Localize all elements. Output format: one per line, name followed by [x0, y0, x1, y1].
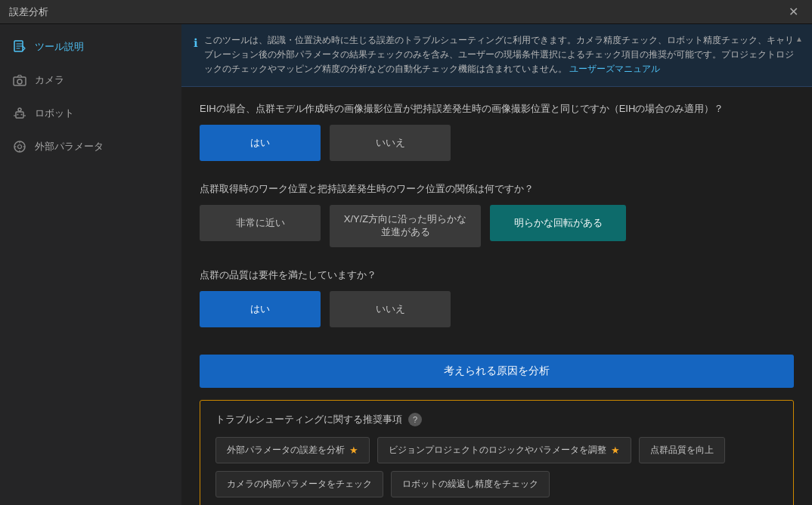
star-icon-1: ★ — [349, 445, 358, 456]
svg-point-2 — [17, 79, 22, 84]
svg-point-4 — [18, 108, 21, 111]
rec-point-quality-button[interactable]: 点群品質を向上 — [639, 437, 725, 463]
analyze-button[interactable]: 考えられる原因を分析 — [200, 355, 794, 388]
info-banner: ℹ このツールは、認識・位置決め時に生じる誤差のトラブルシューティングに利用でき… — [181, 24, 812, 87]
sidebar-label-camera: カメラ — [35, 73, 64, 87]
camera-icon — [12, 73, 27, 88]
info-icon: ℹ — [194, 34, 198, 52]
svg-point-6 — [17, 114, 19, 116]
sidebar-item-camera[interactable]: カメラ — [0, 64, 181, 97]
q2-close-button[interactable]: 非常に近い — [200, 205, 321, 241]
q2-translate-button[interactable]: X/Y/Z方向に沿った明らかな並進がある — [330, 205, 481, 247]
q3-yes-button[interactable]: はい — [200, 291, 321, 327]
window-title: 誤差分析 — [9, 5, 48, 19]
recommendations-header: トラブルシューティングに関する推奨事項 ? — [215, 413, 778, 426]
sidebar-label-tool-description: ツール説明 — [35, 40, 84, 54]
content-area: ℹ このツールは、認識・位置決め時に生じる誤差のトラブルシューティングに利用でき… — [181, 24, 812, 505]
params-icon — [12, 139, 27, 154]
info-text: このツールは、認識・位置決め時に生じる誤差のトラブルシューティングに利用できます… — [204, 33, 800, 77]
robot-icon — [12, 106, 27, 121]
sidebar-item-robot[interactable]: ロボット — [0, 97, 181, 130]
rec-help-icon[interactable]: ? — [408, 413, 422, 426]
svg-point-11 — [18, 145, 22, 149]
document-icon — [12, 39, 27, 54]
title-bar: 誤差分析 ✕ — [0, 0, 812, 24]
collapse-button[interactable]: ▲ — [795, 33, 803, 45]
sidebar-label-external-params: 外部パラメータ — [35, 140, 104, 153]
recommendations-box: トラブルシューティングに関する推奨事項 ? 外部パラメータの誤差を分析 ★ ビジ… — [200, 400, 794, 505]
manual-link[interactable]: ユーザーズマニュアル — [569, 64, 660, 74]
rec-robot-repeat-button[interactable]: ロボットの繰返し精度をチェック — [391, 471, 550, 497]
q3-no-button[interactable]: いいえ — [330, 291, 451, 327]
q1-no-button[interactable]: いいえ — [330, 125, 451, 161]
q3-options: はい いいえ — [200, 291, 794, 327]
q1-yes-button[interactable]: はい — [200, 125, 321, 161]
recommendations-title: トラブルシューティングに関する推奨事項 — [215, 413, 402, 426]
question-block-1: EIHの場合、点群モデル作成時の画像撮影位置が把持誤差発生時の画像撮影位置と同じ… — [200, 102, 794, 161]
svg-rect-3 — [16, 112, 23, 118]
question-label-2: 点群取得時のワーク位置と把持誤差発生時のワーク位置の関係は何ですか？ — [200, 182, 794, 196]
rec-external-params-button[interactable]: 外部パラメータの誤差を分析 ★ — [215, 437, 370, 463]
sidebar-item-external-params[interactable]: 外部パラメータ — [0, 130, 181, 163]
close-button[interactable]: ✕ — [784, 5, 803, 20]
rec-vision-project-button[interactable]: ビジョンプロジェクトのロジックやパラメータを調整 ★ — [377, 437, 631, 463]
question-label-1: EIHの場合、点群モデル作成時の画像撮影位置が把持誤差発生時の画像撮影位置と同じ… — [200, 102, 794, 116]
star-icon-2: ★ — [611, 445, 620, 456]
question-block-3: 点群の品質は要件を満たしていますか？ はい いいえ — [200, 268, 794, 327]
rec-buttons-row2: カメラの内部パラメータをチェック ロボットの繰返し精度をチェック — [215, 471, 778, 497]
question-label-3: 点群の品質は要件を満たしていますか？ — [200, 268, 794, 282]
sidebar-label-robot: ロボット — [35, 107, 74, 120]
q2-options: 非常に近い X/Y/Z方向に沿った明らかな並進がある 明らかな回転がある — [200, 205, 794, 247]
rec-buttons-row1: 外部パラメータの誤差を分析 ★ ビジョンプロジェクトのロジックやパラメータを調整… — [215, 437, 778, 463]
rec-camera-internal-button[interactable]: カメラの内部パラメータをチェック — [215, 471, 383, 497]
q1-options: はい いいえ — [200, 125, 794, 161]
main-layout: ツール説明 カメラ — [0, 24, 812, 505]
question-block-2: 点群取得時のワーク位置と把持誤差発生時のワーク位置の関係は何ですか？ 非常に近い… — [200, 182, 794, 247]
q2-rotate-button[interactable]: 明らかな回転がある — [490, 205, 626, 241]
questions-area: EIHの場合、点群モデル作成時の画像撮影位置が把持誤差発生時の画像撮影位置と同じ… — [181, 87, 812, 505]
sidebar: ツール説明 カメラ — [0, 24, 181, 505]
svg-point-7 — [21, 114, 23, 116]
sidebar-item-tool-description[interactable]: ツール説明 — [0, 30, 181, 64]
